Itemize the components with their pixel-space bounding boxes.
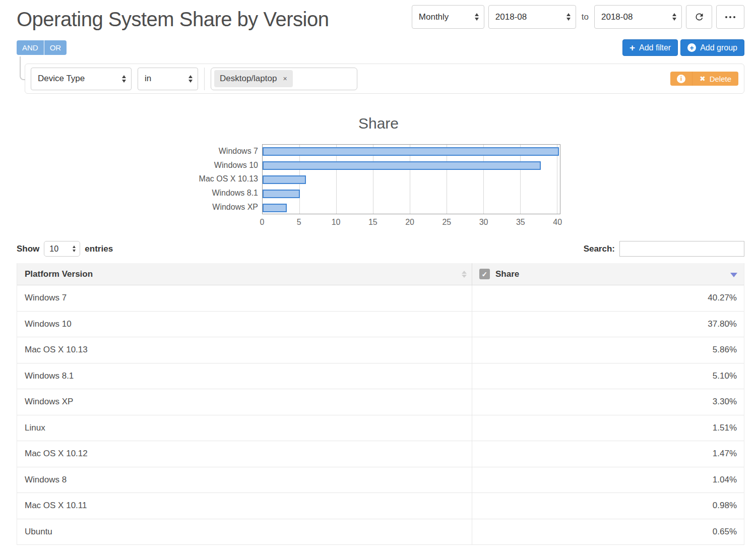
select-caret-icon xyxy=(672,13,676,21)
x-tick-label: 15 xyxy=(368,218,377,227)
date-to-value: 2018-08 xyxy=(601,12,633,22)
info-icon: i xyxy=(677,75,685,83)
share-bar-chart: Share Windows 7Windows 10Mac OS X 10.13W… xyxy=(197,115,560,229)
filter-operator-value: in xyxy=(145,74,151,84)
chart-bar xyxy=(263,161,541,170)
filter-info-button[interactable]: i xyxy=(670,72,692,86)
and-button[interactable]: AND xyxy=(17,40,44,55)
period-select[interactable]: Monthly xyxy=(412,5,484,29)
category-label: Windows 7 xyxy=(197,144,258,158)
date-from-value: 2018-08 xyxy=(495,12,527,22)
table-body: Windows 740.27%Windows 1037.80%Mac OS X … xyxy=(17,285,744,545)
sort-both-icon xyxy=(462,271,467,278)
top-bar: Operating System Share by Version Monthl… xyxy=(17,0,744,31)
more-options-button[interactable] xyxy=(716,5,744,29)
filter-actions: + Add filter + Add group xyxy=(622,39,744,56)
table-controls: Show 10 entries Search: xyxy=(17,241,744,257)
platform-cell: Windows 7 xyxy=(17,285,472,311)
period-select-value: Monthly xyxy=(419,12,449,22)
add-filter-label: Add filter xyxy=(639,43,671,52)
date-to-select[interactable]: 2018-08 xyxy=(594,5,682,29)
platform-cell: Windows 8 xyxy=(17,467,472,493)
filter-delete-button[interactable]: ✖ Delete xyxy=(692,72,738,86)
platform-cell: Mac OS X 10.11 xyxy=(17,493,472,519)
sort-desc-icon xyxy=(730,273,737,277)
circle-plus-icon: + xyxy=(687,43,696,52)
page-title: Operating System Share by Version xyxy=(17,8,329,31)
chart-x-axis: 0510152025303540 xyxy=(262,218,560,229)
select-caret-icon xyxy=(188,75,193,83)
show-label: Show xyxy=(17,244,39,254)
share-cell: 37.80% xyxy=(472,312,744,337)
search-input[interactable] xyxy=(619,241,744,257)
chart-title: Share xyxy=(197,115,560,132)
add-group-button[interactable]: + Add group xyxy=(680,39,744,56)
share-header-label: Share xyxy=(495,269,519,279)
chart-bar xyxy=(263,190,300,198)
table-header: Platform Version ✓ Share xyxy=(17,263,744,285)
x-tick-label: 25 xyxy=(442,218,451,227)
and-or-toggle: AND OR xyxy=(17,40,67,55)
category-label: Windows XP xyxy=(197,200,258,214)
bar-row xyxy=(263,201,560,215)
entries-label: entries xyxy=(85,244,113,254)
chart-bar xyxy=(263,147,559,156)
add-filter-button[interactable]: + Add filter xyxy=(622,39,678,56)
filter-values-input[interactable]: Desktop/laptop × xyxy=(211,68,357,90)
share-cell: 0.98% xyxy=(472,493,744,519)
platform-cell: Ubuntu xyxy=(17,519,472,545)
platform-cell: Linux xyxy=(17,415,472,441)
page-size-value: 10 xyxy=(49,245,58,254)
filter-operator-select[interactable]: in xyxy=(138,68,198,90)
filter-divider xyxy=(204,68,205,90)
filter-field-select[interactable]: Device Type xyxy=(31,68,132,90)
category-label: Windows 8.1 xyxy=(197,186,258,200)
date-toolbar: Monthly 2018-08 to 2018-08 xyxy=(412,5,744,29)
share-cell: 3.30% xyxy=(472,389,744,415)
share-cell: 5.10% xyxy=(472,363,744,389)
tag-remove-icon[interactable]: × xyxy=(283,75,287,83)
search-label: Search: xyxy=(584,244,615,254)
filter-tag: Desktop/laptop × xyxy=(214,70,293,87)
share-cell: 5.86% xyxy=(472,337,744,363)
chart-bar xyxy=(263,175,306,184)
select-caret-icon xyxy=(566,13,571,21)
column-header-share[interactable]: ✓ Share xyxy=(472,263,744,285)
filter-header: AND OR + Add filter + Add group xyxy=(17,39,744,56)
platform-cell: Windows 10 xyxy=(17,312,472,337)
share-cell: 1.04% xyxy=(472,467,744,493)
more-icon xyxy=(725,16,735,18)
or-button[interactable]: OR xyxy=(44,40,67,55)
bar-row xyxy=(263,173,560,187)
filter-row-actions: i ✖ Delete xyxy=(670,72,738,86)
share-cell: 1.47% xyxy=(472,441,744,467)
platform-cell: Windows 8.1 xyxy=(17,363,472,389)
chart-plot xyxy=(262,144,560,214)
delete-label: Delete xyxy=(710,75,731,83)
share-cell: 0.65% xyxy=(472,519,744,545)
share-checkbox[interactable]: ✓ xyxy=(479,269,490,279)
category-label: Windows 10 xyxy=(197,158,258,172)
x-tick-label: 35 xyxy=(516,218,525,227)
x-tick-label: 40 xyxy=(553,218,562,227)
platform-version-header-label: Platform Version xyxy=(25,269,93,279)
column-header-platform-version[interactable]: Platform Version xyxy=(17,263,472,285)
platform-cell: Windows XP xyxy=(17,389,472,415)
page-size-select[interactable]: 10 xyxy=(44,241,80,257)
x-tick-label: 20 xyxy=(405,218,414,227)
plus-icon: + xyxy=(629,43,635,52)
refresh-button[interactable] xyxy=(686,5,712,29)
chart-category-labels: Windows 7Windows 10Mac OS X 10.13Windows… xyxy=(197,144,262,214)
bar-row xyxy=(263,187,560,201)
refresh-icon xyxy=(694,12,705,22)
x-tick-label: 10 xyxy=(332,218,341,227)
platform-share-table: Platform Version ✓ Share Windows 740.27%… xyxy=(17,263,744,545)
x-tick-label: 30 xyxy=(479,218,488,227)
table-row: Windows 1037.80% xyxy=(17,312,744,338)
table-row: Mac OS X 10.135.86% xyxy=(17,337,744,363)
add-group-label: Add group xyxy=(700,43,737,52)
category-label: Mac OS X 10.13 xyxy=(197,172,258,187)
date-from-select[interactable]: 2018-08 xyxy=(488,5,576,29)
table-row: Windows XP3.30% xyxy=(17,389,744,415)
table-row: Linux1.51% xyxy=(17,415,744,442)
